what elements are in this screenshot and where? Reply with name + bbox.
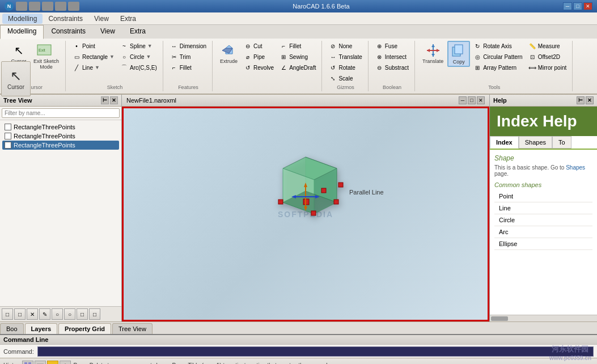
angledraft-icon: ∠ <box>280 64 287 71</box>
help-title: Help <box>493 97 507 104</box>
tree-search-input[interactable] <box>2 108 120 118</box>
help-tab-to[interactable]: To <box>552 136 571 149</box>
fillet2-button[interactable]: ⌐ Fillet <box>277 41 318 51</box>
help-tab-shapes[interactable]: Shapes <box>519 136 552 149</box>
dimension-button[interactable]: ↔ Dimension <box>168 41 209 51</box>
fuse-button[interactable]: ⊕ Fuse <box>373 41 411 51</box>
tree-item-label-1: RectangleThreePoints <box>14 133 75 139</box>
help-scrollbar-thumb[interactable] <box>491 316 508 321</box>
svg-marker-6 <box>431 44 435 47</box>
tree-tool-btn-6[interactable]: □ <box>77 308 88 320</box>
tree-checkbox-1[interactable] <box>5 133 11 139</box>
close-button[interactable]: ✕ <box>583 2 592 10</box>
translate-gizmo-button[interactable]: ↔ Translate <box>327 52 364 62</box>
tree-tool-btn-5[interactable]: ○ <box>64 308 75 320</box>
trim-button[interactable]: ✂ Trim <box>168 52 209 62</box>
bottom-tab-property-grid[interactable]: Property Grid <box>58 323 111 334</box>
spline-button[interactable]: ~ Spline ▼ <box>118 41 159 51</box>
help-close-button[interactable]: ✕ <box>586 96 594 104</box>
rectangle-button[interactable]: ▭ Rectangle ▼ <box>70 52 117 62</box>
command-input[interactable] <box>37 346 594 357</box>
help-tab-index[interactable]: Index <box>490 136 519 149</box>
help-shape-arc[interactable]: Arc <box>494 226 592 238</box>
tree-tool-btn-4[interactable]: ○ <box>52 308 63 320</box>
ribbon-tab-modelling[interactable]: Modelling <box>0 25 44 39</box>
status-icon-grid1[interactable] <box>22 361 33 365</box>
exit-sketch-button[interactable]: Exit Exit SketchMode <box>31 41 62 71</box>
rotate-axis-button[interactable]: ↻ Rotate Axis <box>471 41 524 51</box>
intersect-button[interactable]: ⊗ Intersect <box>373 52 411 62</box>
menu-modelling[interactable]: Modelling <box>2 14 43 24</box>
measure-button[interactable]: 📏 Measure <box>526 41 569 51</box>
viewport-minimize-btn[interactable]: ─ <box>459 96 467 104</box>
pipe-button[interactable]: ⌀ Pipe <box>242 52 276 62</box>
tree-toolbar: □ □ ✕ ✎ ○ ○ □ □ <box>0 306 121 321</box>
tree-item-2[interactable]: RectangleThreePoints <box>2 141 119 150</box>
fillet-features-button[interactable]: ⌐ Fillet <box>168 62 209 73</box>
tree-pin-button[interactable]: ⊢ <box>101 96 109 104</box>
status-icon-grid2[interactable] <box>35 361 46 365</box>
array-pattern-button[interactable]: ⊞ Array Pattern <box>471 62 524 73</box>
help-shape-point[interactable]: Point <box>494 191 592 202</box>
bottom-tab-layers[interactable]: Layers <box>25 323 57 334</box>
cursor-sidebar-button[interactable]: ↖ Cursor <box>1 61 31 96</box>
point-button[interactable]: • Point <box>70 41 117 51</box>
line-button[interactable]: ╱ Line ▼ <box>70 62 117 73</box>
tree-tool-btn-3[interactable]: ✎ <box>39 308 50 320</box>
ribbon-group-tools: Translate Copy ↻ Rotate Axis <box>416 41 573 91</box>
translate-tool-button[interactable]: Translate <box>420 41 446 66</box>
ribbon-tab-extra[interactable]: Extra <box>122 25 153 39</box>
cut-button[interactable]: ⊖ Cut <box>242 41 276 51</box>
help-content: Shape This is a basic shape. Go to Shape… <box>490 150 597 315</box>
command-label: Command: <box>3 348 34 355</box>
help-panel: Help ⊢ ✕ Index Help Index Shapes To Shap… <box>489 95 597 321</box>
tree-item-0[interactable]: RectangleThreePoints <box>2 122 119 132</box>
ribbon-tab-view[interactable]: View <box>93 25 122 39</box>
help-pin-button[interactable]: ⊢ <box>577 96 585 104</box>
viewport-canvas[interactable]: SOFTPEDIA Parallel Line <box>122 107 489 321</box>
copy-button[interactable]: Copy <box>447 41 470 67</box>
tree-tool-btn-2[interactable]: ✕ <box>27 308 38 320</box>
none-button[interactable]: ⊘ None <box>327 41 364 51</box>
svg-rect-26 <box>321 188 326 193</box>
help-shapes-link[interactable]: Shapes <box>566 164 585 171</box>
3d-shape <box>255 151 357 243</box>
bottom-tab-tree-view[interactable]: Tree View <box>112 323 153 334</box>
help-scrollbar[interactable] <box>490 315 597 321</box>
mirror-point-button[interactable]: ⟺ Mirror point <box>526 62 569 73</box>
tree-item-1[interactable]: RectangleThreePoints <box>2 132 119 141</box>
help-shape-ellipse[interactable]: Ellipse <box>494 238 592 250</box>
circle-button[interactable]: ○ Circle ▼ <box>118 52 159 62</box>
viewport-close-btn[interactable]: ✕ <box>477 96 485 104</box>
scale-gizmo-button[interactable]: ⤡ Scale <box>327 73 364 83</box>
offset2d-button[interactable]: ⊡ Offset2D <box>526 52 569 62</box>
svg-rect-23 <box>278 200 283 204</box>
revolve-button[interactable]: ↺ Revolve <box>242 62 276 73</box>
bottom-tab-boo[interactable]: Boo <box>0 323 24 334</box>
arc-button[interactable]: ⌒ Arc(C,S,E) <box>118 62 159 73</box>
rotate-gizmo-button[interactable]: ↺ Rotate <box>327 62 364 73</box>
tree-close-button[interactable]: ✕ <box>110 96 118 104</box>
status-icon-settings[interactable]: ⚙ <box>60 361 71 365</box>
menu-extra[interactable]: Extra <box>115 14 142 24</box>
extrude-button[interactable]: Extrude <box>217 41 240 66</box>
ribbon-group-extrude: Extrude ⊖ Cut ⌀ Pipe ↺ Revolve <box>214 41 322 91</box>
minimize-button[interactable]: ─ <box>563 2 572 10</box>
status-icon-color[interactable] <box>47 361 58 365</box>
tree-tool-btn-1[interactable]: □ <box>14 308 26 320</box>
maximize-button[interactable]: □ <box>573 2 582 10</box>
tree-checkbox-2[interactable] <box>5 142 11 149</box>
help-shape-circle[interactable]: Circle <box>494 214 592 226</box>
tree-checkbox-0[interactable] <box>5 124 11 130</box>
help-shape-line[interactable]: Line <box>494 202 592 214</box>
tree-tool-btn-7[interactable]: □ <box>89 308 100 320</box>
tree-tool-btn-0[interactable]: □ <box>2 308 13 320</box>
angledraft-button[interactable]: ∠ AngleDraft <box>277 62 318 73</box>
viewport-restore-btn[interactable]: □ <box>468 96 476 104</box>
menu-view[interactable]: View <box>88 14 115 24</box>
circular-pattern-button[interactable]: ◎ Circular Pattern <box>471 52 524 62</box>
sewing-button[interactable]: ⊞ Sewing <box>277 52 318 62</box>
substract-button[interactable]: ⊖ Substract <box>373 62 411 73</box>
menu-constraints[interactable]: Constraints <box>43 14 88 24</box>
ribbon-tab-constraints[interactable]: Constraints <box>44 25 93 39</box>
